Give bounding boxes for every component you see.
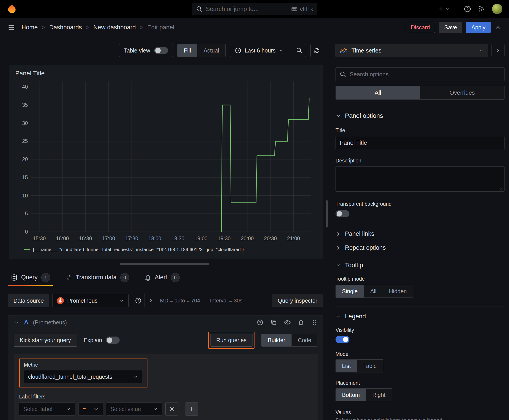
tab-query[interactable]: Query 1: [8, 269, 53, 286]
query-inspector-button[interactable]: Query inspector: [272, 294, 323, 307]
options-tab-overrides[interactable]: Overrides: [420, 86, 504, 99]
breadcrumb-item-home[interactable]: Home: [22, 24, 38, 31]
legend-header[interactable]: Legend: [335, 313, 504, 320]
query-row-header[interactable]: A (Prometheus) ?: [8, 315, 323, 329]
chevron-right-icon: [335, 245, 341, 251]
refresh-icon: [313, 47, 320, 54]
news-button[interactable]: [478, 5, 485, 13]
refresh-button[interactable]: [310, 44, 323, 57]
sidebar-collapse-button[interactable]: [492, 44, 504, 57]
transparent-background-toggle[interactable]: [335, 210, 349, 218]
add-filter-button[interactable]: [185, 403, 198, 415]
breadcrumb-item-new-dashboard[interactable]: New dashboard: [93, 24, 136, 31]
run-queries-highlight: Run queries: [208, 332, 255, 349]
caret-down-icon: [93, 406, 99, 412]
chart-plot[interactable]: 051015202530354015:3016:0016:3017:0017:3…: [15, 78, 317, 243]
time-range-label: Last 6 hours: [245, 47, 276, 54]
datasource-help-button[interactable]: ?: [132, 294, 145, 307]
eye-icon[interactable]: [284, 319, 291, 326]
metric-select[interactable]: cloudflared_tunnel_total_requests: [24, 370, 143, 383]
x-tick-label: 19:30: [218, 236, 231, 241]
timeseries-canvas[interactable]: 051015202530354015:3016:0016:3017:0017:3…: [15, 78, 317, 243]
tooltip-header[interactable]: Tooltip: [335, 262, 504, 269]
values-label: Values: [335, 409, 504, 415]
save-button[interactable]: Save: [439, 22, 462, 33]
fill-option[interactable]: Fill: [177, 44, 197, 57]
query-datasource-note: (Prometheus): [33, 319, 67, 326]
help-button[interactable]: ?: [464, 5, 471, 13]
placement-bottom[interactable]: Bottom: [336, 389, 366, 401]
hamburger-icon: [8, 23, 15, 31]
legend-placement-group: Bottom Right: [335, 388, 392, 401]
panel-options-heading: Panel options: [345, 112, 383, 119]
operator-dropdown[interactable]: =: [78, 403, 103, 415]
apply-button[interactable]: Apply: [466, 22, 491, 33]
repeat-options-label: Repeat options: [345, 244, 386, 251]
tab-transform-data[interactable]: Transform data 0: [63, 269, 132, 286]
menu-button[interactable]: [8, 23, 15, 31]
remove-filter-button[interactable]: [165, 403, 178, 415]
search-input[interactable]: [206, 6, 288, 13]
explain-toggle[interactable]: [106, 337, 120, 344]
panel-title-input[interactable]: [335, 136, 504, 149]
time-range-button[interactable]: Last 6 hours: [230, 44, 289, 57]
tab-transform-label: Transform data: [76, 274, 117, 281]
scrollbar-thumb[interactable]: [326, 200, 328, 227]
placement-right[interactable]: Right: [366, 389, 392, 401]
legend-mode-table[interactable]: Table: [357, 360, 383, 372]
drag-handle-icon[interactable]: [311, 319, 318, 326]
query-options-chevron-icon[interactable]: [148, 298, 154, 304]
rss-icon: [478, 5, 485, 13]
breadcrumb-item-dashboards[interactable]: Dashboards: [49, 24, 82, 31]
run-queries-button[interactable]: Run queries: [210, 334, 253, 347]
edit-panel-main: Table view Fill Actual Last 6 hours Pane…: [0, 37, 329, 420]
datasource-label: Data source: [8, 294, 49, 307]
legend-visibility-toggle[interactable]: [335, 336, 349, 343]
select-value-dropdown[interactable]: Select value: [106, 403, 162, 415]
panel-links-label: Panel links: [345, 230, 374, 237]
discard-button[interactable]: Discard: [406, 22, 435, 33]
duplicate-icon[interactable]: [270, 319, 277, 326]
pane-splitter-handle[interactable]: [120, 263, 209, 265]
zoom-out-button[interactable]: [293, 44, 306, 57]
caret-down-icon: [279, 48, 284, 53]
description-textarea[interactable]: [335, 166, 504, 192]
grafana-logo[interactable]: [7, 4, 17, 14]
legend-label[interactable]: {__name__="cloudflared_tunnel_total_requ…: [33, 247, 244, 252]
options-tab-all[interactable]: All: [336, 86, 420, 99]
clock-icon: [235, 47, 242, 54]
nav-divider: [457, 5, 457, 13]
builder-option[interactable]: Builder: [261, 334, 291, 346]
collapse-header-button[interactable]: [495, 24, 501, 31]
repeat-options-row[interactable]: Repeat options: [335, 241, 504, 255]
x-tick-label: 17:00: [102, 236, 115, 241]
chevron-up-icon: [495, 24, 501, 31]
user-avatar[interactable]: [492, 4, 502, 14]
caret-down-icon: [153, 406, 158, 412]
panel-options-header[interactable]: Panel options: [335, 112, 504, 119]
table-view-toggle[interactable]: [154, 47, 168, 54]
plus-icon: [189, 406, 195, 412]
datasource-value: Prometheus: [67, 298, 98, 304]
options-search-input[interactable]: [335, 67, 504, 81]
x-tick-label: 20:00: [241, 236, 254, 241]
query-stats: MD = auto = 704 Interval = 30s: [160, 298, 243, 304]
viz-picker-button[interactable]: Time series: [335, 44, 488, 57]
panel-links-row[interactable]: Panel links: [335, 227, 504, 241]
global-search[interactable]: ctrl+k: [192, 3, 317, 15]
tab-alert[interactable]: Alert 0: [142, 269, 183, 286]
select-label-dropdown[interactable]: Select label: [19, 403, 75, 415]
legend-mode-list[interactable]: List: [336, 360, 357, 372]
datasource-picker[interactable]: Prometheus: [52, 294, 129, 307]
actual-option[interactable]: Actual: [197, 44, 225, 57]
trash-icon[interactable]: [298, 319, 304, 326]
y-tick-label: 40: [22, 84, 28, 90]
legend-swatch[interactable]: [24, 249, 30, 250]
tooltip-mode-single[interactable]: Single: [336, 285, 364, 298]
query-help-icon[interactable]: ?: [257, 319, 264, 326]
tooltip-mode-all[interactable]: All: [364, 285, 383, 298]
code-option[interactable]: Code: [291, 334, 318, 346]
add-menu-button[interactable]: [437, 5, 450, 13]
kick-start-button[interactable]: Kick start your query: [14, 334, 77, 347]
tooltip-mode-hidden[interactable]: Hidden: [383, 285, 413, 298]
